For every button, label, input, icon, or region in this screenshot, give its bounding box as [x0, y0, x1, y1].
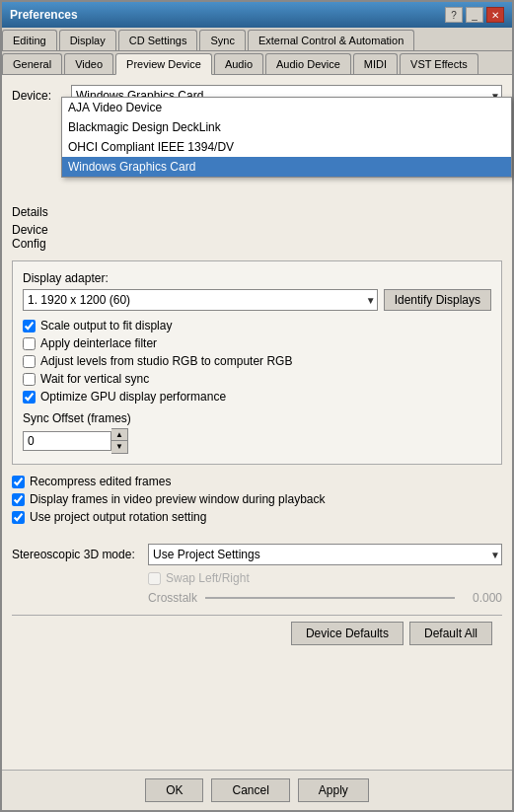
tab-audio[interactable]: Audio — [214, 53, 263, 74]
sync-offset-label: Sync Offset (frames) — [23, 411, 491, 425]
stereo-row: Stereoscopic 3D mode: Use Project Settin… — [12, 544, 502, 565]
preferences-window: Preferences ? _ ✕ Editing Display CD Set… — [0, 0, 514, 812]
device-dropdown-overlay: AJA Video Device Blackmagic Design DeckL… — [61, 97, 512, 178]
content-area: Device: AJA Video Device Blackmagic Desi… — [2, 75, 512, 770]
title-bar-controls: ? _ ✕ — [445, 7, 504, 23]
tab-cd-settings[interactable]: CD Settings — [118, 30, 198, 50]
checkbox-optimize-gpu: Optimize GPU display performance — [23, 390, 491, 404]
adapter-select[interactable]: 1. 1920 x 1200 (60) — [23, 289, 378, 311]
checkbox-adjust-levels-input[interactable] — [23, 355, 36, 368]
device-config-row: Device Config — [12, 223, 502, 251]
checkbox-project-rotation: Use project output rotation setting — [12, 510, 502, 524]
minimize-button[interactable]: _ — [466, 7, 483, 23]
checkbox-scale-input[interactable] — [23, 320, 36, 332]
device-defaults-button[interactable]: Device Defaults — [291, 622, 404, 645]
spinner-down-button[interactable]: ▼ — [111, 441, 127, 453]
display-adapter-label: Display adapter: — [23, 271, 491, 285]
sync-offset-spinner: 0 ▲ ▼ — [23, 428, 131, 454]
tabs-row1: Editing Display CD Settings Sync Externa… — [2, 28, 512, 51]
footer: OK Cancel Apply — [2, 770, 512, 810]
tab-midi[interactable]: MIDI — [353, 53, 398, 74]
checkbox-adjust-levels-label: Adjust levels from studio RGB to compute… — [40, 354, 292, 368]
checkbox-display-frames: Display frames in video preview window d… — [12, 492, 502, 506]
sync-offset-input[interactable]: 0 — [23, 431, 111, 451]
checkbox-vertical-sync: Wait for vertical sync — [23, 372, 491, 386]
tab-preview-device[interactable]: Preview Device — [115, 53, 212, 75]
tab-sync[interactable]: Sync — [199, 30, 245, 50]
stereo-label: Stereoscopic 3D mode: — [12, 548, 140, 561]
tab-vst-effects[interactable]: VST Effects — [400, 53, 478, 74]
tabs-row2: General Video Preview Device Audio Audio… — [2, 51, 512, 75]
crosstalk-label: Crosstalk — [148, 591, 197, 605]
dropdown-item-blackmagic[interactable]: Blackmagic Design DeckLink — [62, 117, 511, 137]
checkbox-display-frames-label: Display frames in video preview window d… — [30, 492, 325, 506]
stereo-select-container: Use Project Settings ▼ — [148, 544, 502, 565]
title-bar: Preferences ? _ ✕ — [2, 2, 512, 28]
bottom-buttons: Device Defaults Default All — [12, 615, 502, 651]
cancel-button[interactable]: Cancel — [211, 778, 289, 802]
checkbox-vertical-sync-label: Wait for vertical sync — [40, 372, 149, 386]
checkbox-project-rotation-input[interactable] — [12, 511, 25, 524]
crosstalk-row: Crosstalk 0.000 — [12, 591, 502, 605]
checkbox-display-frames-input[interactable] — [12, 493, 25, 506]
close-button[interactable]: ✕ — [486, 7, 504, 23]
default-all-button[interactable]: Default All — [409, 622, 492, 645]
checkbox-deinterlace: Apply deinterlace filter — [23, 336, 491, 350]
checkbox-scale: Scale output to fit display — [23, 319, 491, 332]
details-area: Details Device Config — [12, 205, 502, 251]
dropdown-item-ohci[interactable]: OHCI Compliant IEEE 1394/DV — [62, 137, 511, 157]
details-row: Details — [12, 205, 502, 219]
checkbox-recompress: Recompress edited frames — [12, 475, 502, 488]
checkbox-recompress-label: Recompress edited frames — [30, 475, 171, 488]
ok-button[interactable]: OK — [145, 778, 203, 802]
tab-video[interactable]: Video — [64, 53, 113, 74]
swap-row: Swap Left/Right — [12, 571, 502, 585]
adapter-select-container: 1. 1920 x 1200 (60) ▼ — [23, 289, 378, 311]
swap-checkbox[interactable] — [148, 572, 161, 585]
settings-section: Display adapter: 1. 1920 x 1200 (60) ▼ I… — [12, 260, 502, 465]
sync-offset-section: Sync Offset (frames) 0 ▲ ▼ — [23, 411, 491, 454]
crosstalk-value: 0.000 — [463, 591, 502, 605]
tab-display[interactable]: Display — [59, 30, 116, 50]
spinner-up-button[interactable]: ▲ — [111, 429, 127, 441]
tab-external-control[interactable]: External Control & Automation — [248, 30, 414, 50]
checkbox-adjust-levels: Adjust levels from studio RGB to compute… — [23, 354, 491, 368]
apply-button[interactable]: Apply — [298, 778, 369, 802]
checkbox-deinterlace-input[interactable] — [23, 337, 36, 350]
checkbox-project-rotation-label: Use project output rotation setting — [30, 510, 206, 524]
checkbox-scale-label: Scale output to fit display — [40, 319, 172, 332]
device-config-label: Device Config — [12, 223, 71, 251]
dropdown-item-windows[interactable]: Windows Graphics Card — [62, 157, 511, 177]
identify-displays-button[interactable]: Identify Displays — [384, 289, 491, 311]
checkbox-vertical-sync-input[interactable] — [23, 373, 36, 386]
spinner-buttons: ▲ ▼ — [111, 428, 128, 454]
tab-general[interactable]: General — [2, 53, 62, 74]
window-title: Preferences — [10, 8, 78, 22]
help-button[interactable]: ? — [445, 7, 463, 23]
checkbox-recompress-input[interactable] — [12, 476, 25, 488]
stereo-select[interactable]: Use Project Settings — [148, 544, 502, 565]
tab-editing[interactable]: Editing — [2, 30, 57, 50]
checkbox-optimize-gpu-input[interactable] — [23, 391, 36, 404]
tab-audio-device[interactable]: Audio Device — [265, 53, 351, 74]
details-label: Details — [12, 205, 71, 219]
adapter-row: 1. 1920 x 1200 (60) ▼ Identify Displays — [23, 289, 491, 311]
swap-label: Swap Left/Right — [166, 571, 250, 585]
crosstalk-slider[interactable] — [205, 597, 455, 599]
checkbox-deinterlace-label: Apply deinterlace filter — [40, 336, 157, 350]
checkbox-optimize-gpu-label: Optimize GPU display performance — [40, 390, 226, 404]
dropdown-item-aja[interactable]: AJA Video Device — [62, 98, 511, 117]
extra-checkboxes-area: Recompress edited frames Display frames … — [12, 475, 502, 524]
